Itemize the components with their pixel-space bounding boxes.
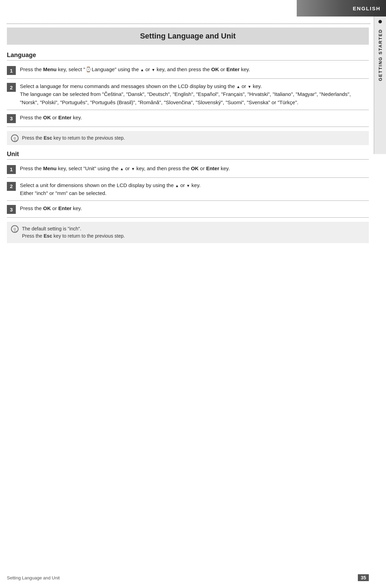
unit-step-3-content: Press the OK or Enter key. [20,204,369,212]
language-heading: Language [7,52,369,61]
lang-step-2-content: Select a language for menu commands and … [20,82,369,106]
unit-esc-bold: Esc [44,233,52,239]
unit-step-1-content: Press the Menu key, select "Unit" using … [20,164,369,172]
unit-note-icon-inner [14,228,16,230]
right-sidebar: GETTING STARTED [374,17,386,154]
page-number: 35 [358,574,369,581]
arrow-down-icon [151,66,155,72]
header-gradient: ENGLISH [297,0,386,17]
ok-bold: OK [211,66,219,72]
bottom-bar: Setting Language and Unit 35 [7,574,369,581]
unit-step-3: 3 Press the OK or Enter key. [7,201,369,218]
main-content: Setting Language and Unit Language 1 Pre… [7,28,369,567]
sidebar-dot [378,20,382,23]
header-label: ENGLISH [353,6,381,11]
lang-step-3-number: 3 [7,114,16,123]
unit-arrow-down-2-icon [186,182,190,188]
page-title-box: Setting Language and Unit [7,28,369,45]
lang-step-1-number: 1 [7,66,16,75]
lang-step-3-content: Press the OK or Enter key. [20,113,369,121]
unit-note-line2-suffix: key to return to the previous step. [52,233,125,239]
unit-heading: Unit [7,151,369,160]
unit-note-line2-prefix: Press the [22,233,44,239]
unit-enter-bold: Enter [206,165,219,171]
lang-step-2-number: 2 [7,83,16,92]
enter-bold-3: Enter [58,115,71,120]
page-title: Setting Language and Unit [14,32,362,41]
lang-step-1-content: Press the Menu key, select "⌚Language" u… [20,65,369,73]
sidebar-text: GETTING STARTED [378,29,383,81]
unit-arrow-up-icon [120,165,124,171]
esc-bold: Esc [44,135,52,141]
arrow-up-2-icon [236,83,240,89]
unit-note-line1: The default setting is "inch". [22,226,81,231]
language-section: Language 1 Press the Menu key, select "⌚… [7,52,369,145]
unit-note: The default setting is "inch". Press the… [7,222,369,243]
language-steps: 1 Press the Menu key, select "⌚Language"… [7,62,369,127]
unit-section: Unit 1 Press the Menu key, select "Unit"… [7,151,369,243]
unit-step-2-number: 2 [7,182,16,191]
ok-bold-3: OK [43,115,51,120]
unit-ok-bold: OK [191,165,199,171]
menu-bold: Menu [43,66,57,72]
unit-note-icon [11,225,19,233]
unit-step-3-number: 3 [7,205,16,214]
unit-enter-bold-3: Enter [58,205,71,211]
unit-steps: 1 Press the Menu key, select "Unit" usin… [7,161,369,218]
unit-arrow-down-icon [131,165,135,171]
bottom-label: Setting Language and Unit [7,575,60,580]
unit-menu-bold: Menu [43,165,57,171]
top-header: ENGLISH [0,0,386,17]
arrow-down-2-icon [248,83,251,89]
note-text-suffix: key to return to the previous step. [52,135,125,141]
note-icon-inner [14,137,16,139]
unit-step-1-number: 1 [7,165,16,174]
lang-step-2: 2 Select a language for menu commands an… [7,79,369,110]
lang-step-3: 3 Press the OK or Enter key. [7,110,369,127]
note-text-prefix: Press the [22,135,44,141]
unit-step-2: 2 Select a unit for dimensions shown on … [7,178,369,201]
arrow-up-icon [140,66,144,72]
lang-step-1: 1 Press the Menu key, select "⌚Language"… [7,62,369,79]
note-icon [11,134,19,142]
unit-step-1: 1 Press the Menu key, select "Unit" usin… [7,161,369,178]
language-note: Press the Esc key to return to the previ… [7,131,369,145]
unit-arrow-up-2-icon [175,182,179,188]
unit-step-2-content: Select a unit for dimensions shown on th… [20,181,369,197]
enter-bold: Enter [226,66,239,72]
dotted-separator [7,23,370,24]
unit-ok-bold-3: OK [43,205,51,211]
